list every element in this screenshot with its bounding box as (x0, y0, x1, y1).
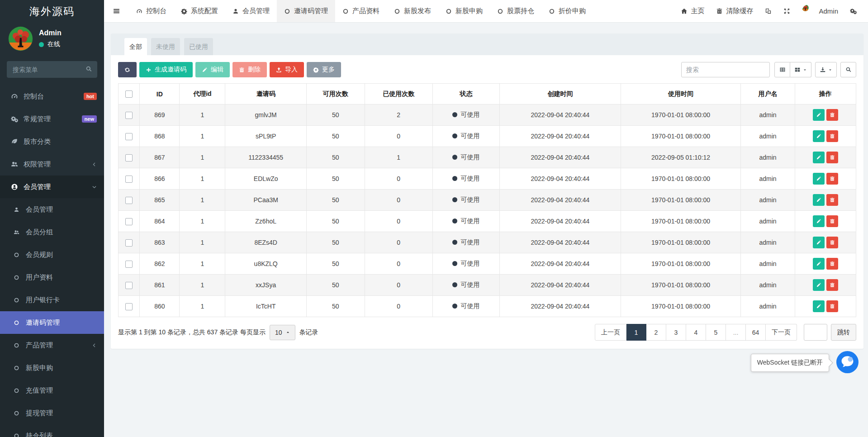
fullscreen-button[interactable] (778, 0, 796, 22)
topnav-tab[interactable]: 股票持仓 (490, 0, 541, 22)
gears-icon (850, 8, 857, 14)
page-button[interactable]: 1 (626, 324, 646, 341)
sidebar-submenu-item[interactable]: 会员规则 (0, 243, 104, 266)
row-edit-button[interactable] (813, 279, 825, 291)
sidebar-submenu-item[interactable]: 持仓列表 (0, 424, 104, 437)
page-button[interactable]: 4 (686, 324, 706, 341)
table-view-button[interactable] (774, 62, 790, 77)
page-button[interactable]: 3 (666, 324, 686, 341)
home-link[interactable]: 主页 (675, 0, 710, 22)
row-checkbox[interactable] (125, 154, 133, 162)
row-edit-button[interactable] (813, 300, 825, 312)
row-delete-button[interactable] (826, 258, 838, 270)
jump-button[interactable]: 跳转 (831, 324, 856, 341)
sidebar-item[interactable]: 股市分类 (0, 130, 104, 153)
row-delete-button[interactable] (826, 109, 838, 121)
sidebar-item[interactable]: 权限管理 (0, 153, 104, 176)
row-checkbox[interactable] (125, 261, 133, 268)
topnav-tab[interactable]: 邀请码管理 (277, 0, 335, 22)
circle-icon (284, 8, 290, 14)
row-edit-button[interactable] (813, 258, 825, 270)
menu-toggle-button[interactable] (104, 0, 129, 22)
filter-tab[interactable]: 全部 (124, 38, 147, 55)
row-delete-button[interactable] (826, 279, 838, 291)
delete-button[interactable]: 删除 (232, 62, 267, 77)
sidebar-submenu-item[interactable]: 产品管理 (0, 334, 104, 356)
row-edit-button[interactable] (813, 215, 825, 227)
generate-invite-button[interactable]: 生成邀请码 (139, 62, 193, 77)
export-dropdown-button[interactable] (815, 62, 837, 77)
more-button[interactable]: 更多 (307, 62, 341, 77)
sidebar-item[interactable]: 控制台hot (0, 85, 104, 108)
profile-menu[interactable]: Admin (796, 0, 844, 22)
sidebar-item[interactable]: 会员管理 (0, 176, 104, 198)
status-label: 可使用 (460, 153, 479, 161)
sidebar-submenu-item[interactable]: 会员管理 (0, 198, 104, 221)
topnav-tab-label: 股票持仓 (507, 7, 534, 15)
page-button[interactable]: 5 (706, 324, 726, 341)
jump-page-input[interactable] (804, 324, 827, 341)
row-checkbox[interactable] (125, 176, 133, 183)
sidebar-submenu-item[interactable]: 用户资料 (0, 266, 104, 289)
row-edit-button[interactable] (813, 130, 825, 142)
clear-cache-link[interactable]: 清除缓存 (710, 0, 759, 22)
row-checkbox[interactable] (125, 282, 133, 289)
import-button[interactable]: 导入 (270, 62, 304, 77)
table-row: 86318EZs4D500可使用2022-09-04 20:40:441970-… (119, 232, 856, 253)
row-edit-button[interactable] (813, 237, 825, 248)
table-search-input[interactable] (681, 62, 770, 77)
row-checkbox[interactable] (125, 303, 133, 310)
row-checkbox[interactable] (125, 218, 133, 225)
row-edit-button[interactable] (813, 152, 825, 163)
row-edit-button[interactable] (813, 173, 825, 185)
topnav-tab[interactable]: 新股发布 (387, 0, 438, 22)
row-delete-button[interactable] (826, 215, 838, 227)
topnav-tab[interactable]: 折价申购 (541, 0, 593, 22)
row-edit-button[interactable] (813, 109, 825, 121)
topnav-tab[interactable]: 控制台 (129, 0, 174, 22)
row-delete-button[interactable] (826, 237, 838, 248)
next-page-button[interactable]: 下一页 (766, 324, 797, 341)
row-edit-button[interactable] (813, 194, 825, 206)
topnav-tab[interactable]: 会员管理 (225, 0, 277, 22)
refresh-button[interactable] (118, 62, 137, 77)
topnav-tab[interactable]: 新股申购 (438, 0, 490, 22)
page-button[interactable]: 2 (646, 324, 666, 341)
username-cell: admin (741, 296, 795, 317)
page-button[interactable]: 64 (746, 324, 766, 341)
sidebar-search-input[interactable] (7, 61, 97, 78)
topnav-tab[interactable]: 产品资料 (335, 0, 387, 22)
search-toggle-button[interactable] (840, 62, 856, 77)
settings-button[interactable] (844, 0, 863, 22)
sidebar-item[interactable]: 常规管理new (0, 108, 104, 130)
row-delete-button[interactable] (826, 152, 838, 163)
row-checkbox[interactable] (125, 239, 133, 247)
chat-widget-button[interactable] (836, 351, 859, 373)
columns-dropdown-button[interactable] (790, 62, 811, 77)
row-checkbox[interactable] (125, 197, 133, 204)
select-all-checkbox[interactable] (125, 90, 133, 98)
row-delete-button[interactable] (826, 300, 838, 312)
prev-page-button[interactable]: 上一页 (595, 324, 626, 341)
sidebar-submenu-item[interactable]: 提现管理 (0, 402, 104, 424)
topnav-tab[interactable]: 系统配置 (174, 0, 225, 22)
page-size-dropdown[interactable]: 10 (270, 325, 295, 340)
sidebar-submenu-item[interactable]: 邀请码管理 (0, 311, 104, 334)
toolbar-right (681, 62, 856, 77)
filter-tab[interactable]: 未使用 (151, 38, 180, 55)
export-icon (820, 66, 826, 73)
row-checkbox[interactable] (125, 112, 133, 119)
edit-button[interactable]: 编辑 (195, 62, 230, 77)
sidebar-submenu-item[interactable]: 新股申购 (0, 356, 104, 379)
row-delete-button[interactable] (826, 173, 838, 185)
sidebar-submenu-item[interactable]: 充值管理 (0, 379, 104, 402)
row-delete-button[interactable] (826, 194, 838, 206)
language-button[interactable] (759, 0, 778, 22)
sidebar-search (7, 61, 97, 78)
sidebar-submenu-item[interactable]: 会员分组 (0, 221, 104, 243)
sidebar-submenu-item[interactable]: 用户银行卡 (0, 289, 104, 311)
row-checkbox[interactable] (125, 133, 133, 140)
row-delete-button[interactable] (826, 130, 838, 142)
username-cell: admin (741, 211, 795, 232)
filter-tab[interactable]: 已使用 (184, 38, 213, 55)
